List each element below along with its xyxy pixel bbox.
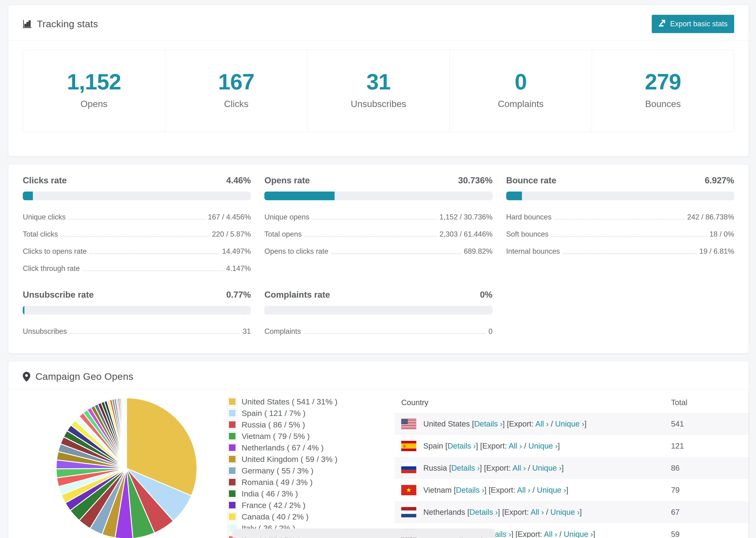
dotted-leader: [70, 327, 240, 334]
legend-item: Germany ( 55 / 3% ): [228, 466, 395, 475]
legend-item: France ( 42 / 2% ): [228, 501, 395, 510]
map-pin-icon: [23, 372, 30, 382]
export-unique-link[interactable]: Unique ›: [532, 463, 562, 472]
export-unique-link[interactable]: Unique ›: [550, 508, 580, 516]
export-all-link[interactable]: All ›: [509, 442, 522, 450]
rate-detail-row: Opens to clicks rate 689.82%: [264, 242, 492, 260]
detail-label: Total opens: [264, 230, 302, 239]
detail-value: 2,303 / 61.446%: [440, 230, 493, 239]
legend-label: Netherlands ( 67 / 4% ): [242, 443, 324, 452]
details-link[interactable]: Details ›: [474, 419, 503, 428]
details-link[interactable]: Details ›: [448, 442, 476, 450]
detail-value: 167 / 4.456%: [208, 213, 251, 221]
below-fold-element: [233, 529, 495, 538]
legend-swatch: [228, 466, 237, 475]
detail-value: 18 / 0%: [710, 230, 734, 239]
dotted-leader: [303, 327, 486, 334]
legend-swatch: [228, 431, 237, 441]
rate-block-unsubscribe-rate: Unsubscribe rate 0.77% Unsubscribes 31: [23, 290, 251, 340]
export-unique-link[interactable]: Unique ›: [528, 442, 558, 450]
dotted-leader: [554, 212, 684, 219]
export-all-link[interactable]: All ›: [544, 530, 557, 538]
rate-detail-row: Total clicks 220 / 5.87%: [23, 225, 251, 242]
flag-ru-icon: [401, 463, 416, 473]
geo-pie-chart: [54, 396, 199, 538]
export-basic-stats-button[interactable]: Export basic stats: [652, 15, 734, 33]
country-cell-text: Russia [Details ›] [Export: All › / Uniq…: [423, 463, 564, 472]
rate-progress-fill: [23, 191, 33, 200]
detail-value: 1,152 / 30.736%: [440, 213, 493, 221]
detail-label: Clicks to opens rate: [23, 247, 87, 256]
rate-detail-row: Unsubscribes 31: [23, 323, 251, 340]
rate-progress-fill: [23, 306, 25, 314]
stat-value: 279: [592, 69, 734, 95]
country-total: 79: [671, 486, 748, 495]
rate-title: Clicks rate: [23, 176, 67, 186]
legend-label: India ( 46 / 3% ): [242, 489, 298, 498]
rate-detail-row: Unique opens 1,152 / 30.736%: [264, 208, 492, 225]
flag-vn-icon: [401, 485, 416, 495]
dotted-leader: [61, 229, 209, 237]
rates-row-2: Unsubscribe rate 0.77% Unsubscribes 31 C…: [23, 290, 734, 340]
details-link[interactable]: Details ›: [456, 486, 484, 494]
summary-stat-opens: 1,152 Opens: [23, 50, 165, 132]
legend-label: Vietnam ( 79 / 5% ): [242, 432, 310, 441]
rate-title: Unsubscribe rate: [23, 290, 94, 300]
country-total: 86: [671, 463, 748, 472]
details-link[interactable]: Details ›: [469, 508, 498, 516]
stat-label: Opens: [23, 99, 165, 109]
rate-value: 6.927%: [705, 176, 734, 186]
dotted-leader: [304, 229, 437, 237]
legend-swatch: [228, 477, 237, 487]
detail-value: 0: [488, 327, 492, 336]
country-name: Russia: [423, 463, 447, 472]
stat-value: 31: [307, 69, 450, 95]
rate-detail-row: Total opens 2,303 / 61.446%: [264, 225, 492, 242]
geo-table-row-netherlands: Netherlands [Details ›] [Export: All › /…: [395, 501, 748, 523]
summary-stat-bounces: 279 Bounces: [592, 50, 734, 132]
rate-detail-row: Internal bounces 19 / 6.81%: [506, 242, 734, 260]
export-unique-link[interactable]: Unique ›: [537, 486, 566, 494]
export-unique-link[interactable]: Unique ›: [564, 530, 593, 538]
legend-item: United States ( 541 / 31% ): [228, 397, 395, 406]
detail-value: 220 / 5.87%: [212, 230, 251, 239]
detail-label: Hard bounces: [506, 213, 552, 221]
rate-value: 4.46%: [226, 176, 251, 186]
rate-detail-row: Click through rate 4.147%: [23, 260, 251, 277]
detail-label: Complaints: [264, 327, 301, 336]
rate-progress-track: [264, 306, 492, 314]
country-total: 67: [671, 508, 748, 517]
legend-item: Canada ( 40 / 2% ): [228, 512, 395, 521]
legend-swatch: [228, 397, 237, 406]
rate-detail-row: Hard bounces 242 / 86.738%: [506, 208, 734, 225]
geo-table-row-russia: Russia [Details ›] [Export: All › / Uniq…: [395, 457, 748, 479]
legend-swatch: [228, 512, 237, 521]
rate-block-complaints-rate: Complaints rate 0% Complaints 0: [264, 290, 492, 340]
export-all-link[interactable]: All ›: [513, 463, 526, 472]
detail-label: Total clicks: [23, 230, 58, 239]
country-cell-text: United States [Details ›] [Export: All ›…: [423, 419, 586, 428]
rate-progress-fill: [264, 191, 335, 200]
dotted-leader: [89, 246, 219, 254]
rate-detail-row: Clicks to opens rate 14.497%: [23, 242, 251, 260]
rate-title: Opens rate: [264, 176, 310, 186]
export-all-link[interactable]: All ›: [531, 508, 544, 516]
summary-stats-box: 1,152 Opens 167 Clicks 31 Unsubscribes 0…: [23, 50, 734, 132]
column-header-total: Total: [671, 398, 748, 407]
country-name: United States: [423, 419, 470, 428]
detail-label: Click through rate: [23, 264, 80, 273]
export-unique-link[interactable]: Unique ›: [555, 419, 584, 428]
dotted-leader: [563, 246, 697, 254]
country-total: 541: [671, 419, 748, 428]
geo-pie-wrap: [23, 389, 228, 538]
export-all-link[interactable]: All ›: [517, 486, 530, 494]
legend-label: United States ( 541 / 31% ): [242, 397, 337, 406]
export-all-link[interactable]: All ›: [535, 419, 549, 428]
detail-value: 242 / 86.738%: [687, 213, 734, 221]
flag-us-icon: [401, 419, 416, 429]
details-link[interactable]: Details ›: [451, 463, 480, 472]
rates-row-1: Clicks rate 4.46% Unique clicks 167 / 4.…: [23, 176, 734, 277]
bar-chart-icon: [23, 20, 32, 28]
stat-label: Bounces: [592, 99, 734, 109]
tracking-stats-title: Tracking stats: [23, 19, 98, 29]
